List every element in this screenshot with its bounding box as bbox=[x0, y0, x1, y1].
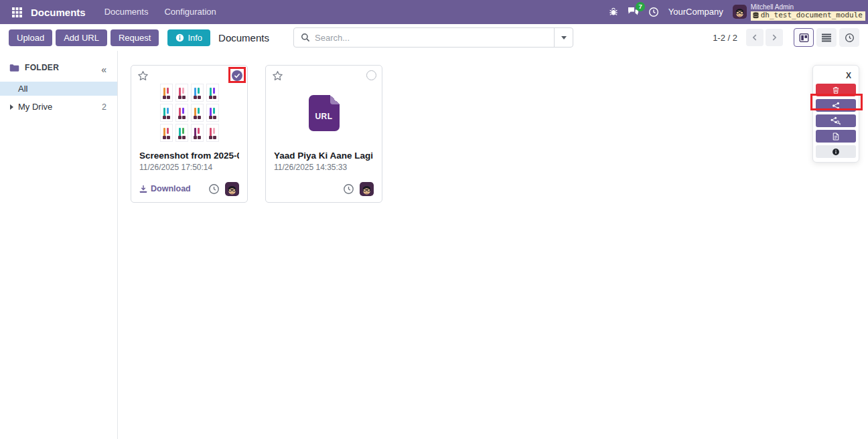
unselected-checkbox[interactable] bbox=[366, 70, 376, 80]
thumbnail-tile bbox=[206, 84, 219, 102]
list-view-button[interactable] bbox=[816, 28, 837, 47]
activity-clock-icon[interactable] bbox=[208, 183, 220, 195]
document-title[interactable]: Screenshot from 2025-09-... bbox=[139, 151, 239, 161]
share-access-rights-button[interactable] bbox=[816, 114, 856, 127]
chevron-left-icon bbox=[751, 33, 759, 41]
thumbnail-bar bbox=[213, 128, 215, 134]
document-title[interactable]: Yaad Piya Ki Aane Lagi | D... bbox=[274, 151, 374, 161]
thumbnail-bar bbox=[210, 108, 212, 116]
activity-view-button[interactable] bbox=[839, 28, 859, 47]
trash-icon bbox=[833, 86, 839, 94]
thumbnail-tile bbox=[175, 104, 188, 122]
download-icon bbox=[139, 185, 147, 193]
search-input[interactable] bbox=[315, 33, 554, 43]
card-media bbox=[139, 82, 239, 144]
thumbnail-tile bbox=[160, 84, 173, 102]
messages-icon[interactable]: 7 bbox=[628, 7, 639, 17]
folded-corner bbox=[330, 95, 340, 104]
thumbnail-bar bbox=[198, 88, 200, 94]
sidebar-item-all[interactable]: All bbox=[0, 82, 117, 96]
pager-previous-button[interactable] bbox=[746, 29, 764, 46]
thumbnail-tile bbox=[160, 104, 173, 122]
kanban-view-button[interactable] bbox=[794, 28, 814, 47]
search-dropdown-toggle[interactable] bbox=[554, 28, 573, 47]
thumbnail-tile bbox=[206, 124, 219, 142]
request-button[interactable]: Request bbox=[111, 29, 159, 46]
thumbnail-bar bbox=[213, 108, 215, 114]
selected-checkbox[interactable] bbox=[232, 70, 242, 81]
info-button-label: Info bbox=[188, 33, 202, 43]
debug-bug-icon[interactable] bbox=[609, 7, 618, 17]
thumbnail-bar bbox=[194, 128, 196, 137]
download-link[interactable]: Download bbox=[139, 184, 191, 193]
card-media: URL bbox=[274, 82, 374, 144]
card-footer-right bbox=[343, 182, 374, 196]
info-details-button[interactable] bbox=[816, 145, 856, 158]
panel-close-row: X bbox=[816, 68, 856, 84]
view-switcher bbox=[794, 28, 859, 47]
check-icon bbox=[234, 72, 240, 79]
search-bar bbox=[293, 27, 573, 48]
app-brand-title[interactable]: Documents bbox=[31, 7, 86, 18]
pager-range: 1-2 / 2 bbox=[713, 33, 737, 43]
folder-sidebar: « FOLDER All My Drive 2 bbox=[0, 51, 118, 439]
database-icon bbox=[753, 12, 759, 19]
thumbnail-bar bbox=[213, 88, 215, 94]
document-card-screenshot[interactable]: Screenshot from 2025-09-... 11/26/2025 1… bbox=[131, 65, 248, 203]
sidebar-item-all-label: All bbox=[18, 84, 27, 94]
caret-right-icon[interactable] bbox=[10, 104, 13, 110]
database-name: dh_test_document_module bbox=[761, 11, 863, 20]
top-navbar: Documents Documents Configuration 7 bbox=[0, 0, 868, 24]
thumbnail-bar bbox=[179, 128, 181, 137]
upload-button[interactable]: Upload bbox=[9, 29, 52, 46]
activity-clock-icon[interactable] bbox=[343, 183, 354, 195]
share-button[interactable] bbox=[816, 99, 856, 112]
sidebar-item-my-drive-label: My Drive bbox=[18, 102, 52, 112]
document-datetime: 11/26/2025 17:50:14 bbox=[139, 163, 239, 172]
activity-clock-icon[interactable] bbox=[648, 7, 659, 17]
thumbnail-bar bbox=[163, 108, 165, 116]
pager-next-button[interactable] bbox=[766, 29, 783, 46]
thumbnail-bar bbox=[167, 88, 169, 94]
user-menu[interactable]: Mitchell Admin dh_test_document_module bbox=[733, 3, 865, 20]
folder-section-title: FOLDER bbox=[25, 63, 59, 72]
share-link-icon bbox=[830, 116, 841, 125]
apps-menu-icon[interactable] bbox=[8, 3, 25, 21]
star-icon[interactable] bbox=[137, 70, 149, 84]
activity-clock-view-icon bbox=[845, 33, 855, 43]
owner-avatar[interactable] bbox=[225, 182, 239, 196]
menu-documents[interactable]: Documents bbox=[96, 0, 157, 24]
star-icon[interactable] bbox=[272, 70, 283, 84]
close-button[interactable]: X bbox=[846, 71, 851, 80]
add-url-button[interactable]: Add URL bbox=[56, 29, 107, 46]
user-info-block: Mitchell Admin dh_test_document_module bbox=[751, 3, 865, 20]
thumbnail-bar bbox=[182, 108, 184, 114]
owner-avatar[interactable] bbox=[360, 182, 374, 196]
thumbnail-bar bbox=[198, 128, 200, 134]
kanban-icon bbox=[799, 33, 809, 43]
control-panel: Upload Add URL Request Info Documents bbox=[0, 24, 868, 51]
share-icon bbox=[832, 102, 840, 110]
delete-button[interactable] bbox=[816, 84, 856, 96]
thumbnail-bar bbox=[179, 88, 181, 96]
company-switcher[interactable]: YourCompany bbox=[668, 7, 723, 17]
user-avatar bbox=[733, 5, 747, 19]
thumbnail-tile bbox=[191, 84, 204, 102]
thumbnail-bar bbox=[179, 108, 181, 116]
thumbnail-bar bbox=[163, 128, 165, 137]
document-actions-panel: X bbox=[812, 65, 859, 163]
document-datetime: 11/26/2025 14:35:33 bbox=[274, 163, 374, 172]
thumbnail-tile bbox=[191, 104, 204, 122]
info-button[interactable]: Info bbox=[167, 29, 210, 46]
grid-icon bbox=[12, 7, 22, 17]
document-card-url[interactable]: URL Yaad Piya Ki Aane Lagi | D... 11/26/… bbox=[265, 65, 382, 203]
sidebar-item-my-drive[interactable]: My Drive 2 bbox=[0, 100, 117, 114]
download-file-button[interactable] bbox=[816, 130, 856, 143]
thumbnail-tile bbox=[175, 84, 188, 102]
message-count-badge: 7 bbox=[636, 2, 644, 11]
card-footer bbox=[274, 181, 374, 196]
menu-configuration[interactable]: Configuration bbox=[156, 0, 224, 24]
sidebar-collapse-toggle[interactable]: « bbox=[101, 64, 106, 75]
control-panel-right: 1-2 / 2 bbox=[713, 28, 859, 47]
thumbnail-bar bbox=[167, 128, 169, 134]
